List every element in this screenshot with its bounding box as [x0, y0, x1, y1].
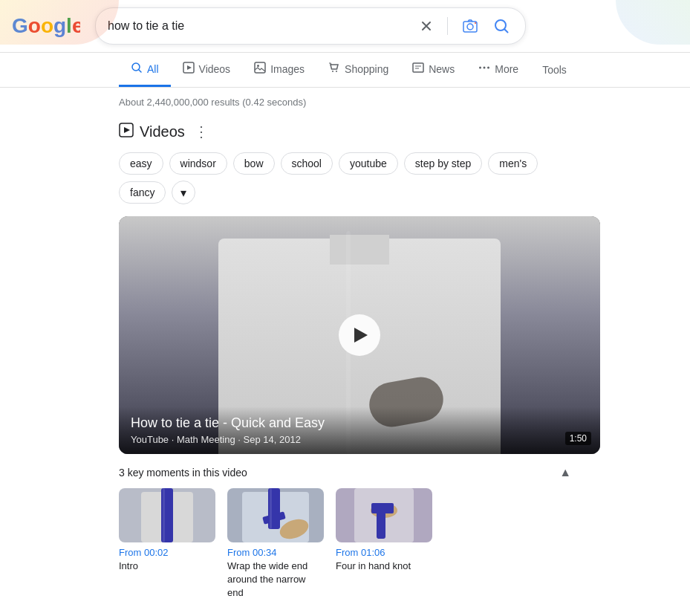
- moment-time-3: From 01:06: [336, 547, 432, 558]
- video-source: YouTube: [131, 434, 169, 445]
- moment-thumb-2: [227, 488, 324, 542]
- tab-shopping[interactable]: Shopping: [316, 53, 400, 87]
- video-title: How to tie a tie - Quick and Easy: [131, 415, 588, 431]
- svg-text:Google: Google: [12, 15, 80, 37]
- chip-easy[interactable]: easy: [119, 152, 163, 175]
- video-separator2: ·: [238, 434, 243, 445]
- chip-bow[interactable]: bow: [233, 152, 275, 175]
- corner-decoration-right: [616, 0, 690, 45]
- nav-tabs: All Videos Images: [0, 53, 690, 88]
- svg-marker-7: [187, 65, 192, 70]
- moment-desc-2: Wrap the wide end around the narrow end: [227, 560, 324, 600]
- tab-news[interactable]: News: [400, 53, 466, 87]
- search-icon-group: [416, 14, 513, 38]
- play-icon: [183, 62, 195, 76]
- video-section-play-icon: [119, 123, 134, 140]
- svg-marker-17: [124, 127, 130, 133]
- video-date: Sep 14, 2012: [244, 434, 301, 445]
- tab-all[interactable]: All: [119, 53, 171, 87]
- filter-chips: easy windsor bow school youtube step by …: [119, 152, 571, 204]
- svg-rect-21: [163, 488, 165, 542]
- divider: [447, 17, 448, 35]
- chip-school[interactable]: school: [281, 152, 333, 175]
- key-moments-grid: From 00:02 Intro: [119, 488, 571, 600]
- chip-windsor[interactable]: windsor: [169, 152, 227, 175]
- chip-fancy[interactable]: fancy: [119, 181, 166, 204]
- svg-rect-26: [270, 488, 272, 529]
- svg-point-10: [332, 71, 333, 72]
- tools-button[interactable]: Tools: [530, 55, 579, 85]
- svg-rect-8: [255, 62, 265, 73]
- collapse-moments-button[interactable]: ▲: [559, 466, 571, 479]
- moment-card-3[interactable]: From 01:06 Four in hand knot: [336, 488, 432, 600]
- clear-button[interactable]: [416, 16, 437, 36]
- moment-time-1: From 00:02: [119, 547, 215, 558]
- videos-section-title: Videos: [140, 123, 185, 140]
- video-duration: 1:50: [565, 432, 591, 445]
- videos-section: Videos ⋮ easy windsor bow school youtube…: [119, 120, 571, 600]
- play-triangle-icon: [354, 328, 368, 343]
- results-count: About 2,440,000,000 results (0.42 second…: [119, 97, 571, 108]
- search-button[interactable]: [489, 14, 513, 38]
- shopping-icon: [328, 62, 340, 76]
- svg-point-13: [479, 67, 481, 69]
- tab-videos[interactable]: Videos: [171, 53, 243, 87]
- svg-point-15: [487, 67, 489, 69]
- chip-step-by-step[interactable]: step by step: [404, 152, 483, 175]
- video-info-overlay: How to tie a tie - Quick and Easy YouTub…: [119, 406, 600, 454]
- chevron-down-icon: ▾: [180, 186, 186, 200]
- header: Google: [0, 0, 690, 53]
- svg-rect-12: [413, 63, 423, 72]
- collapse-icon: ▲: [559, 466, 571, 479]
- videos-more-button[interactable]: ⋮: [191, 120, 212, 143]
- key-moments-label: 3 key moments in this video: [119, 467, 247, 479]
- moment-time-2: From 00:34: [227, 547, 324, 558]
- tab-more[interactable]: More: [466, 53, 530, 87]
- svg-rect-32: [371, 503, 394, 513]
- video-meta: YouTube · Math Meeting · Sep 14, 2012: [131, 434, 588, 445]
- chip-youtube[interactable]: youtube: [339, 152, 398, 175]
- results-container: About 2,440,000,000 results (0.42 second…: [0, 88, 690, 616]
- moment-thumb-1: [119, 488, 215, 542]
- moment-desc-3: Four in hand knot: [336, 560, 432, 573]
- video-play-button[interactable]: [339, 314, 380, 356]
- videos-header: Videos ⋮: [119, 120, 571, 143]
- search-icon: [131, 62, 143, 76]
- moment-thumb-3: [336, 488, 432, 542]
- chip-mens[interactable]: men's: [488, 152, 538, 175]
- chips-expand-button[interactable]: ▾: [172, 181, 195, 204]
- google-logo[interactable]: Google: [12, 15, 80, 37]
- tab-images[interactable]: Images: [242, 53, 316, 87]
- svg-point-2: [467, 24, 473, 30]
- video-channel: Math Meeting: [177, 434, 235, 445]
- video-separator: ·: [172, 434, 177, 445]
- search-input[interactable]: [108, 19, 416, 33]
- key-moments-header: 3 key moments in this video ▲: [119, 466, 571, 479]
- camera-search-button[interactable]: [458, 14, 482, 38]
- svg-point-11: [336, 71, 337, 72]
- svg-point-9: [257, 65, 259, 67]
- search-bar: [95, 7, 526, 45]
- moment-card-2[interactable]: From 00:34 Wrap the wide end around the …: [227, 488, 324, 600]
- svg-point-3: [475, 22, 476, 24]
- moment-desc-1: Intro: [119, 560, 215, 573]
- news-icon: [412, 62, 424, 76]
- moment-card-1[interactable]: From 00:02 Intro: [119, 488, 215, 600]
- svg-point-14: [484, 67, 486, 69]
- image-icon: [254, 62, 266, 76]
- more-dots-icon: [478, 62, 490, 76]
- main-video[interactable]: How to tie a tie - Quick and Easy YouTub…: [119, 216, 600, 454]
